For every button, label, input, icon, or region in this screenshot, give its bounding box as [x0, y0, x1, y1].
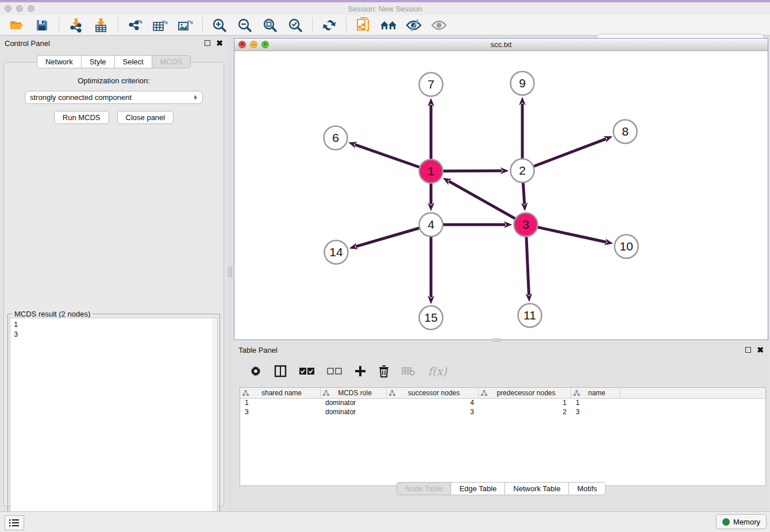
duplicate-network-icon[interactable]	[355, 17, 372, 33]
delete-table-icon[interactable]	[402, 366, 415, 376]
column-tree-icon	[573, 390, 580, 396]
vertical-splitter[interactable]	[228, 36, 233, 511]
task-history-button[interactable]	[5, 515, 24, 530]
table-cell[interactable]: 2	[479, 408, 571, 417]
table-cell[interactable]: 3	[387, 408, 479, 417]
column-tree-icon	[389, 390, 395, 396]
show-hidden-icon[interactable]	[430, 17, 448, 33]
main-toolbar: ⚲	[0, 15, 770, 36]
tab-node-table[interactable]: Node Table	[396, 482, 451, 495]
export-table-icon[interactable]	[152, 17, 169, 33]
tab-edge-table[interactable]: Edge Table	[451, 482, 505, 495]
toggle-columns-icon[interactable]	[274, 365, 287, 377]
zoom-out-icon[interactable]	[236, 17, 253, 33]
table-panel: Table Panel ✖ f(x) shared nameMCDS roles…	[234, 342, 768, 511]
table-cell[interactable]: 1	[240, 399, 321, 408]
export-network-icon[interactable]	[126, 17, 144, 33]
zoom-in-icon[interactable]	[211, 17, 228, 33]
zoom-selected-icon[interactable]	[287, 17, 304, 33]
tab-network[interactable]: Network	[37, 55, 81, 68]
table-row[interactable]: 1dominator411	[240, 399, 765, 408]
table-header-row: shared nameMCDS rolesuccessor nodesprede…	[240, 388, 765, 399]
deselect-all-icon[interactable]	[327, 368, 342, 375]
first-neighbors-icon[interactable]	[380, 17, 397, 33]
node-label-15: 15	[424, 311, 437, 324]
column-header-MCDS-role[interactable]: MCDS role	[321, 388, 387, 398]
node-label-14: 14	[329, 245, 343, 259]
node-label-8: 8	[622, 125, 629, 138]
optimization-criterion-select[interactable]: strongly connected component ▲▼	[25, 91, 203, 104]
table-cell[interactable]: 1	[571, 399, 620, 408]
select-all-icon[interactable]	[299, 368, 314, 375]
window-title: Session: New Session	[0, 5, 770, 13]
column-tree-icon	[323, 390, 329, 396]
node-label-1: 1	[428, 164, 434, 178]
open-session-icon[interactable]	[8, 17, 25, 33]
graph-edge-3-1[interactable]	[449, 181, 515, 219]
column-header-predecessor-nodes[interactable]: predecessor nodes	[479, 388, 571, 398]
table-tabs: Node TableEdge TableNetwork TableMotifs	[234, 482, 768, 495]
graph-edge-2-8[interactable]	[533, 139, 606, 167]
export-image-icon[interactable]	[177, 17, 194, 33]
save-session-icon[interactable]	[33, 17, 51, 33]
table-settings-icon[interactable]	[250, 365, 261, 377]
optimization-criterion-label: Optimization criterion:	[4, 76, 224, 85]
run-mcds-button[interactable]: Run MCDS	[54, 111, 109, 124]
select-stepper-icon: ▲▼	[193, 95, 198, 100]
tab-select[interactable]: Select	[114, 55, 152, 68]
table-cell[interactable]: 1	[479, 399, 571, 408]
graph-edge-2-3[interactable]	[523, 182, 524, 204]
mcds-result-textarea[interactable]: 1 3	[10, 318, 218, 527]
float-panel-icon[interactable]	[205, 40, 210, 46]
table-cell[interactable]: 4	[387, 399, 479, 408]
titlebar: Session: New Session	[0, 2, 770, 15]
result-scrollbar[interactable]	[212, 318, 217, 526]
import-table-icon[interactable]	[93, 17, 110, 33]
splitter-grip[interactable]	[228, 267, 232, 277]
horizontal-splitter-grip[interactable]	[492, 338, 500, 342]
graph-edge-1-6[interactable]	[355, 145, 420, 168]
mcds-tab-content: Optimization criterion: strongly connect…	[3, 62, 224, 507]
node-label-7: 7	[428, 78, 434, 91]
zoom-fit-icon[interactable]	[261, 17, 279, 33]
node-label-9: 9	[519, 76, 526, 90]
memory-button[interactable]: Memory	[716, 514, 767, 529]
mcds-result-title: MCDS result (2 nodes)	[12, 310, 93, 318]
network-graph-canvas[interactable]: 7968124314101511	[234, 51, 768, 340]
tab-motifs[interactable]: Motifs	[568, 482, 606, 495]
hide-selected-icon[interactable]	[405, 17, 422, 33]
column-header-shared-name[interactable]: shared name	[240, 388, 321, 398]
close-panel-icon[interactable]: ✖	[216, 38, 223, 48]
table-cell[interactable]: dominator	[321, 399, 387, 408]
graph-edge-3-10[interactable]	[537, 227, 606, 242]
graph-edge-4-14[interactable]	[356, 228, 419, 246]
tab-style[interactable]: Style	[81, 55, 114, 68]
float-table-panel-icon[interactable]	[745, 347, 751, 353]
refresh-view-icon[interactable]	[321, 17, 338, 33]
node-table[interactable]: shared nameMCDS rolesuccessor nodesprede…	[240, 387, 766, 486]
delete-row-icon[interactable]	[379, 365, 389, 377]
import-network-icon[interactable]	[67, 17, 84, 33]
network-view-window: ✕ – + scc.txt 7968124314101511	[234, 38, 768, 340]
close-table-panel-icon[interactable]: ✖	[757, 345, 764, 354]
memory-label: Memory	[733, 518, 760, 526]
table-cell[interactable]: 3	[571, 408, 620, 417]
table-cell[interactable]: 3	[240, 408, 321, 417]
tab-mcds[interactable]: MCDS	[152, 55, 191, 68]
column-tree-icon	[242, 390, 249, 396]
column-header-successor-nodes[interactable]: successor nodes	[387, 388, 479, 398]
column-header-name[interactable]: name	[571, 388, 620, 398]
network-window-titlebar[interactable]: ✕ – + scc.txt	[234, 38, 768, 51]
add-row-icon[interactable]	[355, 365, 366, 377]
node-label-3: 3	[522, 218, 529, 231]
table-cell[interactable]: dominator	[321, 408, 387, 417]
function-builder-icon[interactable]: f(x)	[428, 365, 447, 377]
graph-edge-1-2[interactable]	[442, 171, 502, 171]
table-toolbar: f(x)	[240, 360, 763, 383]
graph-edge-3-11[interactable]	[526, 236, 529, 295]
memory-status-icon	[722, 518, 730, 526]
table-row[interactable]: 3dominator323	[240, 408, 765, 417]
node-label-11: 11	[523, 309, 536, 322]
tab-network-table[interactable]: Network Table	[505, 482, 568, 495]
close-panel-button[interactable]: Close panel	[117, 111, 174, 124]
